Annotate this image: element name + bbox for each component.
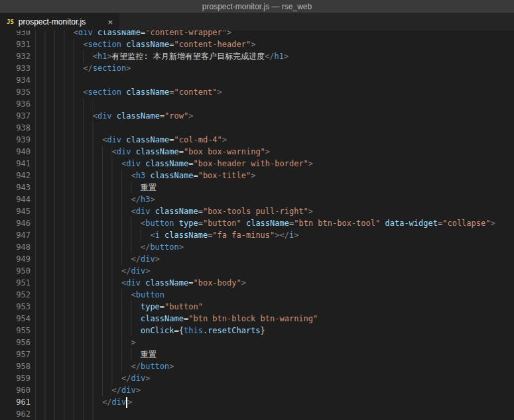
indent-guides [35,86,83,98]
code-text: <h1>有望监控: 本月新增有望客户目标完成进度</h1> [31,50,289,62]
code-text: <button [31,289,164,301]
code-line[interactable]: 962 [0,408,514,420]
code-text: <div className="content-wrapper"> [31,30,231,38]
code-line[interactable]: 956> [0,337,514,348]
line-number: 955 [0,325,31,337]
line-number: 933 [0,62,31,74]
line-number: 951 [0,277,31,289]
line-number: 932 [0,50,31,62]
code-text [31,408,102,420]
code-text: onClick={this.resetCharts} [31,325,265,337]
line-number: 946 [0,217,31,229]
code-line[interactable]: 960</div> [0,384,514,396]
tab-bar: JS prospect-monitor.js × [0,13,514,30]
code-line[interactable]: 952<button [0,289,514,301]
code-line[interactable]: 943重置 [0,182,514,193]
code-line[interactable]: 939<div className="col-md-4"> [0,134,514,146]
code-line[interactable]: 950</div> [0,265,514,277]
code-line[interactable]: 947<i className="fa fa-minus"></i> [0,229,514,241]
code-text: <div className="box box-warning"> [31,146,270,158]
tab-prospect-monitor[interactable]: JS prospect-monitor.js × [0,13,119,30]
code-editor[interactable]: 930<div className="content-wrapper">931<… [0,30,514,420]
indent-guides [35,325,141,337]
code-line[interactable]: 951<div className="box-body"> [0,277,514,289]
indent-guides [35,289,131,301]
code-text: </button> [31,360,174,372]
code-line[interactable]: 932<h1>有望监控: 本月新增有望客户目标完成进度</h1> [0,50,514,62]
code-text: <i className="fa fa-minus"></i> [31,229,298,241]
line-number: 941 [0,158,31,170]
indent-guides [35,253,131,265]
code-text: <div className="box-body"> [31,277,246,289]
indent-guides [35,182,141,193]
code-line[interactable]: 946<button type="button" className="btn … [0,217,514,229]
indent-guides [35,384,112,396]
code-line[interactable]: 958</button> [0,360,514,372]
line-number: 943 [0,182,31,193]
code-line[interactable]: 941<div className="box-header with-borde… [0,158,514,170]
indent-guides [35,122,102,134]
indent-guides [35,301,141,313]
line-number: 931 [0,38,31,50]
code-line[interactable]: 953type="button" [0,301,514,313]
code-line[interactable]: 948</button> [0,241,514,253]
tab-close-icon[interactable]: × [107,18,113,26]
indent-guides [35,337,131,348]
line-number: 944 [0,193,31,205]
line-number: 936 [0,98,31,110]
code-line[interactable]: 954className="btn btn-block btn-warning" [0,313,514,325]
line-number: 948 [0,241,31,253]
indent-guides [35,277,121,289]
line-number: 949 [0,253,31,265]
code-text: </button> [31,241,184,253]
code-text: </div> [31,396,133,408]
code-line[interactable]: 944</h3> [0,193,514,205]
indent-guides [35,50,93,62]
tab-label: prospect-monitor.js [19,17,86,26]
indent-guides [35,229,150,241]
indent-guides [35,241,141,253]
code-line[interactable]: 931<section className="content-header"> [0,38,514,50]
line-number: 939 [0,134,31,146]
code-line[interactable]: 942<h3 className="box-title"> [0,170,514,182]
code-line[interactable]: 935<section className="content"> [0,86,514,98]
indent-guides [35,396,102,408]
code-line[interactable]: 930<div className="content-wrapper"> [0,30,514,38]
code-line[interactable]: 945<div className="box-tools pull-right"… [0,205,514,217]
code-text: <section className="content"> [31,86,222,98]
line-number: 952 [0,289,31,301]
code-line[interactable]: 940<div className="box box-warning"> [0,146,514,158]
code-line[interactable]: 955onClick={this.resetCharts} [0,325,514,337]
code-line[interactable]: 933</section> [0,62,514,74]
code-text [31,122,102,134]
code-text: <div className="box-header with-border"> [31,158,313,170]
code-text: <div className="col-md-4"> [31,134,227,146]
code-line[interactable]: 936 [0,98,514,110]
code-text: </h3> [31,193,155,205]
line-number: 945 [0,205,31,217]
line-number: 942 [0,170,31,182]
code-line[interactable]: 959</div> [0,372,514,384]
code-line[interactable]: 961</div> [0,396,514,408]
code-line[interactable]: 934 [0,74,514,86]
line-number: 930 [0,30,31,38]
window-titlebar: prospect-monitor.js — rse_web [0,0,514,13]
line-number: 934 [0,74,31,86]
indent-guides [35,372,121,384]
indent-guides [35,62,83,74]
indent-guides [35,158,121,170]
code-text: <button type="button" className="btn btn… [31,217,495,229]
code-text [31,74,83,86]
indent-guides [35,134,102,146]
indent-guides [35,348,141,360]
line-number: 959 [0,372,31,384]
code-line[interactable]: 957重置 [0,348,514,360]
code-text: 重置 [31,348,157,360]
indent-guides [35,193,131,205]
indent-guides [35,205,131,217]
code-line[interactable]: 949</div> [0,253,514,265]
code-line[interactable]: 937<div className="row"> [0,110,514,122]
code-line[interactable]: 938 [0,122,514,134]
indent-guides [35,146,112,158]
code-text [31,98,93,110]
